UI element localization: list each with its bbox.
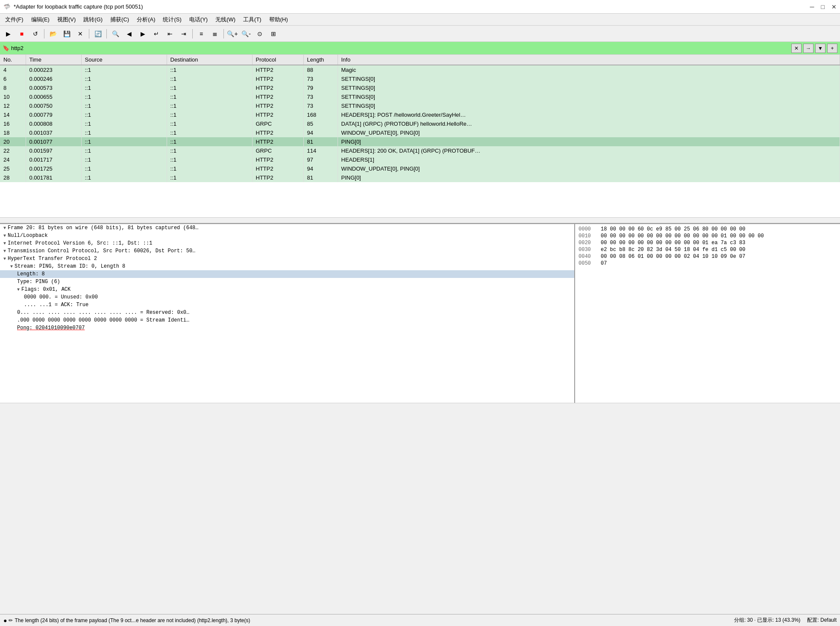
col-source[interactable]: Source <box>81 55 167 65</box>
close-button[interactable]: ✕ <box>831 3 837 10</box>
cell-len: 94 <box>303 164 338 173</box>
table-row[interactable]: 40.000223::1::1HTTP288Magic <box>0 65 840 74</box>
hex-bytes: 07 <box>601 260 837 266</box>
col-time[interactable]: Time <box>26 55 81 65</box>
menu-item-W[interactable]: 无线(W) <box>212 15 239 25</box>
detail-row[interactable]: ▼Frame 20: 81 bytes on wire (648 bits), … <box>0 224 574 232</box>
detail-row[interactable]: Length: 8 <box>0 270 574 278</box>
detail-row[interactable]: ▼Transmission Control Protocol, Src Port… <box>0 247 574 255</box>
stop-capture-button[interactable]: ■ <box>15 28 28 40</box>
collapse-icon[interactable]: ▼ <box>17 287 20 292</box>
menu-item-G[interactable]: 跳转(G) <box>80 15 106 25</box>
hex-dump: 000018 00 00 00 60 0c e9 85 00 25 06 80 … <box>575 224 840 403</box>
hex-offset: 0030 <box>579 247 594 253</box>
packet-detail[interactable]: ▼Frame 20: 81 bytes on wire (648 bits), … <box>0 224 575 403</box>
col-dest[interactable]: Destination <box>167 55 252 65</box>
menu-item-A[interactable]: 分析(A) <box>133 15 159 25</box>
table-row[interactable]: 100.000655::1::1HTTP273SETTINGS[0] <box>0 92 840 101</box>
cell-len: 88 <box>303 65 338 74</box>
cell-src: ::1 <box>81 128 167 137</box>
detail-row[interactable]: Pong: 02041010090e0707 <box>0 324 574 332</box>
restart-capture-button[interactable]: ↺ <box>29 28 42 40</box>
find-button[interactable]: 🔍 <box>109 28 122 40</box>
cell-len: 73 <box>303 74 338 83</box>
resize-columns-button[interactable]: ⊞ <box>267 28 280 40</box>
first-packet-button[interactable]: ⇤ <box>164 28 176 40</box>
detail-row[interactable]: ▼Flags: 0x01, ACK <box>0 286 574 293</box>
hscroll-area[interactable] <box>0 217 840 223</box>
zoom-reset-button[interactable]: ⊙ <box>253 28 266 40</box>
expert-info-icon[interactable]: ✏ <box>9 617 13 623</box>
table-row[interactable]: 180.001037::1::1HTTP294WINDOW_UPDATE[0],… <box>0 128 840 137</box>
reload-button[interactable]: 🔄 <box>91 28 104 40</box>
save-button[interactable]: 💾 <box>60 28 73 40</box>
hex-offset: 0040 <box>579 254 594 260</box>
table-row[interactable]: 60.000246::1::1HTTP273SETTINGS[0] <box>0 74 840 83</box>
filter-clear-button[interactable]: ✕ <box>791 44 802 53</box>
filter-input[interactable] <box>11 44 790 53</box>
menu-item-F[interactable]: 文件(F) <box>2 15 27 25</box>
collapse-icon[interactable]: ▼ <box>10 264 13 269</box>
detail-row[interactable]: ▼Internet Protocol Version 6, Src: ::1, … <box>0 239 574 247</box>
table-row[interactable]: 80.000573::1::1HTTP279SETTINGS[0] <box>0 83 840 92</box>
cell-proto: HTTP2 <box>252 173 303 182</box>
autoscroll-button[interactable]: ≣ <box>209 28 221 40</box>
detail-row[interactable]: ▼HyperText Transfer Protocol 2 <box>0 255 574 263</box>
col-num[interactable]: No. <box>0 55 26 65</box>
go-forward-button[interactable]: ▶ <box>136 28 149 40</box>
table-row[interactable]: 160.000808::1::1GRPC85DATA[1] (GRPC) (PR… <box>0 119 840 128</box>
detail-row[interactable]: ▼Null/Loopback <box>0 232 574 239</box>
minimize-button[interactable]: ─ <box>810 3 814 10</box>
table-row[interactable]: 200.001077::1::1HTTP281PING[0] <box>0 137 840 146</box>
detail-row[interactable]: .000 0000 0000 0000 0000 0000 0000 0000 … <box>0 316 574 324</box>
detail-row[interactable]: ▼Stream: PING, Stream ID: 0, Length 8 <box>0 263 574 270</box>
cell-info: SETTINGS[0] <box>338 92 840 101</box>
start-capture-button[interactable]: ▶ <box>2 28 15 40</box>
zoom-in-button[interactable]: 🔍+ <box>226 28 239 40</box>
menu-item-E[interactable]: 编辑(E) <box>28 15 53 25</box>
menu-item-C[interactable]: 捕获(C) <box>107 15 132 25</box>
open-button[interactable]: 📂 <box>47 28 59 40</box>
table-row[interactable]: 120.000750::1::1HTTP273SETTINGS[0] <box>0 101 840 110</box>
cell-info: SETTINGS[0] <box>338 83 840 92</box>
menu-item-V[interactable]: 视图(V) <box>54 15 79 25</box>
cell-len: 114 <box>303 146 338 155</box>
filter-nav-button[interactable]: → <box>803 44 814 53</box>
go-back-button[interactable]: ◀ <box>123 28 135 40</box>
cell-dst: ::1 <box>167 119 252 128</box>
menu-item-S[interactable]: 统计(S) <box>159 15 185 25</box>
col-proto[interactable]: Protocol <box>252 55 303 65</box>
menu-item-T[interactable]: 工具(T) <box>240 15 265 25</box>
cell-info: HEADERS[1]: POST /helloworld.Greeter/Say… <box>338 110 840 119</box>
cell-proto: GRPC <box>252 146 303 155</box>
detail-row[interactable]: .... ...1 = ACK: True <box>0 301 574 309</box>
maximize-button[interactable]: □ <box>821 3 825 10</box>
filter-add-button[interactable]: + <box>827 44 837 53</box>
table-row[interactable]: 280.001781::1::1HTTP281PING[0] <box>0 173 840 182</box>
detail-hscroll[interactable] <box>0 403 840 409</box>
menu-item-H[interactable]: 帮助(H) <box>266 15 291 25</box>
menu-item-Y[interactable]: 电话(Y) <box>186 15 211 25</box>
detail-row[interactable]: 0... .... .... .... .... .... .... .... … <box>0 309 574 316</box>
table-row[interactable]: 220.001597::1::1GRPC114HEADERS[1]: 200 O… <box>0 146 840 155</box>
close-file-button[interactable]: ✕ <box>74 28 87 40</box>
zoom-out-button[interactable]: 🔍- <box>240 28 253 40</box>
table-row[interactable]: 240.001717::1::1HTTP297HEADERS[1] <box>0 155 840 164</box>
title-bar: 🦈 *Adapter for loopback traffic capture … <box>0 0 840 14</box>
filter-dropdown-button[interactable]: ▼ <box>815 44 825 53</box>
collapse-icon[interactable]: ▼ <box>3 233 6 238</box>
detail-row[interactable]: 0000 000. = Unused: 0x00 <box>0 293 574 301</box>
last-packet-button[interactable]: ⇥ <box>177 28 190 40</box>
collapse-icon[interactable]: ▼ <box>3 226 6 230</box>
table-row[interactable]: 250.001725::1::1HTTP294WINDOW_UPDATE[0],… <box>0 164 840 173</box>
detail-row[interactable]: Type: PING (6) <box>0 278 574 286</box>
colorize-button[interactable]: ≡ <box>195 28 208 40</box>
goto-packet-button[interactable]: ↵ <box>150 28 163 40</box>
collapse-icon[interactable]: ▼ <box>3 257 6 261</box>
collapse-icon[interactable]: ▼ <box>3 249 6 254</box>
packet-list[interactable]: No. Time Source Destination Protocol Len… <box>0 55 840 217</box>
collapse-icon[interactable]: ▼ <box>3 241 6 246</box>
col-info[interactable]: Info <box>338 55 840 65</box>
table-row[interactable]: 140.000779::1::1HTTP2168HEADERS[1]: POST… <box>0 110 840 119</box>
col-len[interactable]: Length <box>303 55 338 65</box>
